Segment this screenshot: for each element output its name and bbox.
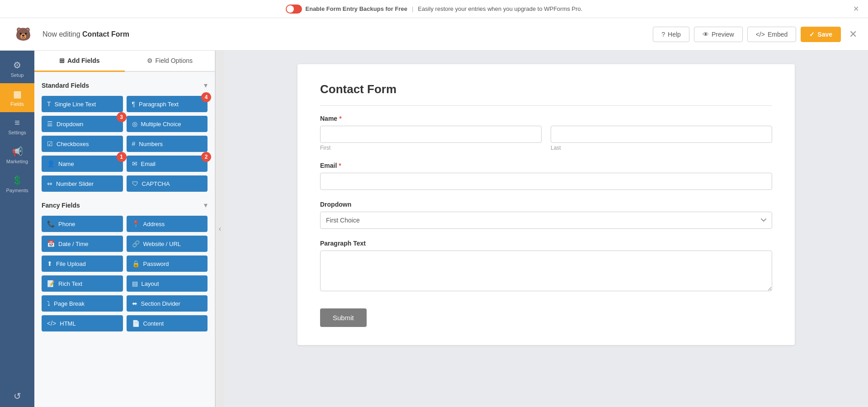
- submit-button[interactable]: Submit: [320, 308, 367, 327]
- standard-fields-section-header: Standard Fields ▾: [42, 81, 208, 90]
- help-button[interactable]: ? Help: [653, 27, 689, 42]
- file-upload-icon: ⬆: [47, 260, 52, 267]
- paragraph-label: Paragraph Text: [320, 240, 772, 247]
- tab-add-fields[interactable]: ⊞ Add Fields: [34, 51, 125, 72]
- field-btn-rich-text[interactable]: 📝 Rich Text: [42, 275, 123, 292]
- dropdown-select[interactable]: First Choice: [320, 212, 772, 229]
- field-btn-password[interactable]: 🔒 Password: [127, 256, 208, 272]
- fancy-fields-section-header: Fancy Fields ▾: [42, 201, 208, 209]
- sidebar-item-settings[interactable]: ≡ Settings: [0, 112, 34, 141]
- fields-icon: ▦: [13, 89, 22, 99]
- fields-panel: ⊞ Add Fields ⚙ Field Options Standard Fi…: [34, 51, 215, 407]
- field-btn-phone[interactable]: 📞 Phone: [42, 216, 123, 232]
- email-label: Email *: [320, 162, 772, 169]
- embed-icon: </>: [756, 31, 765, 38]
- panel-tabs: ⊞ Add Fields ⚙ Field Options: [34, 51, 215, 72]
- banner-description: Easily restore your entries when you upg…: [418, 5, 582, 12]
- number-slider-icon: ⇔: [47, 180, 52, 187]
- checkboxes-icon: ☑: [47, 140, 53, 147]
- banner-separator: |: [412, 5, 413, 12]
- field-btn-multiple-choice[interactable]: ◎ Multiple Choice: [127, 116, 208, 132]
- rich-text-icon: 📝: [47, 280, 55, 287]
- form-card: Contact Form Name * First Last: [297, 64, 795, 345]
- html-icon: </>: [47, 320, 56, 327]
- field-btn-address[interactable]: 📍 Address: [127, 216, 208, 232]
- form-name-header: Contact Form: [82, 30, 129, 38]
- backup-toggle[interactable]: [286, 5, 302, 14]
- sidebar-item-payments[interactable]: 💲 Payments: [0, 170, 34, 199]
- embed-button[interactable]: </> Embed: [747, 27, 797, 42]
- save-button[interactable]: ✓ Save: [801, 27, 841, 42]
- icon-sidebar: ⚙ Setup ▦ Fields ≡ Settings 📢 Marketing …: [0, 51, 34, 407]
- field-options-icon: ⚙: [147, 57, 153, 64]
- editing-text: Now editing Contact Form: [42, 30, 129, 38]
- field-btn-website-url[interactable]: 🔗 Website / URL: [127, 236, 208, 252]
- email-badge: 2: [201, 152, 211, 162]
- main-header: 🐻 Now editing Contact Form ? Help 👁 Prev…: [0, 18, 868, 51]
- email-required-star: *: [339, 162, 341, 169]
- settings-icon: ≡: [14, 118, 20, 128]
- field-btn-html[interactable]: </> HTML: [42, 315, 123, 331]
- standard-fields-chevron[interactable]: ▾: [204, 81, 208, 90]
- panel-collapse-toggle[interactable]: ‹: [215, 51, 224, 407]
- multiple-choice-icon: ◎: [132, 120, 137, 128]
- field-btn-paragraph-text[interactable]: ¶ Paragraph Text 4: [127, 96, 208, 112]
- header-left: 🐻 Now editing Contact Form: [11, 22, 129, 47]
- form-field-dropdown: Dropdown First Choice: [320, 201, 772, 229]
- sidebar-item-history[interactable]: ↺: [0, 385, 34, 407]
- sidebar-item-setup[interactable]: ⚙ Setup: [0, 54, 34, 83]
- field-btn-section-divider[interactable]: ⬌ Section Divider: [127, 295, 208, 312]
- field-btn-layout[interactable]: ▤ Layout: [127, 275, 208, 292]
- field-btn-email[interactable]: ✉ Email 2: [127, 156, 208, 172]
- field-btn-number-slider[interactable]: ⇔ Number Slider: [42, 175, 123, 192]
- field-btn-name[interactable]: 👤 Name 1: [42, 156, 123, 172]
- form-title: Contact Form: [320, 82, 772, 106]
- field-btn-date-time[interactable]: 📅 Date / Time: [42, 236, 123, 252]
- dropdown-icon: ☰: [47, 120, 53, 128]
- marketing-icon: 📢: [12, 146, 23, 157]
- fancy-fields-title: Fancy Fields: [42, 202, 80, 209]
- name-first-input[interactable]: [320, 126, 542, 143]
- name-badge: 1: [117, 152, 127, 162]
- setup-icon: ⚙: [13, 60, 21, 71]
- top-banner: Enable Form Entry Backups for Free | Eas…: [0, 0, 868, 18]
- banner-close-icon[interactable]: ✕: [853, 5, 859, 13]
- field-btn-content[interactable]: 📄 Content: [127, 315, 208, 331]
- banner-toggle-label: Enable Form Entry Backups for Free: [306, 5, 407, 12]
- history-icon: ↺: [14, 391, 21, 402]
- name-icon: 👤: [47, 160, 55, 167]
- tab-field-options[interactable]: ⚙ Field Options: [125, 51, 215, 72]
- field-btn-single-line-text[interactable]: T Single Line Text: [42, 96, 123, 112]
- name-last-sub: Last: [551, 126, 772, 151]
- standard-fields-grid: T Single Line Text ¶ Paragraph Text 4 ☰ …: [42, 96, 208, 192]
- name-last-label: Last: [551, 145, 772, 151]
- field-btn-dropdown[interactable]: ☰ Dropdown 3: [42, 116, 123, 132]
- numbers-icon: #: [132, 140, 136, 147]
- field-btn-file-upload[interactable]: ⬆ File Upload: [42, 256, 123, 272]
- name-row: First Last: [320, 126, 772, 151]
- name-last-input[interactable]: [551, 126, 772, 143]
- fancy-fields-chevron[interactable]: ▾: [204, 201, 208, 209]
- field-btn-page-break[interactable]: ⤵ Page Break: [42, 295, 123, 312]
- help-icon: ?: [661, 31, 665, 38]
- form-field-email: Email *: [320, 162, 772, 190]
- field-btn-captcha[interactable]: 🛡 CAPTCHA: [127, 175, 208, 192]
- name-first-label: First: [320, 145, 542, 151]
- dropdown-label: Dropdown: [320, 201, 772, 208]
- dropdown-badge: 3: [117, 112, 127, 122]
- phone-icon: 📞: [47, 220, 55, 227]
- field-btn-checkboxes[interactable]: ☑ Checkboxes: [42, 136, 123, 152]
- header-right: ? Help 👁 Preview </> Embed ✓ Save ✕: [653, 27, 857, 42]
- close-icon[interactable]: ✕: [849, 28, 857, 40]
- save-icon: ✓: [809, 31, 815, 38]
- sidebar-item-fields[interactable]: ▦ Fields: [0, 83, 34, 112]
- paragraph-textarea[interactable]: [320, 251, 772, 291]
- email-input[interactable]: [320, 173, 772, 190]
- form-area: Contact Form Name * First Last: [224, 51, 868, 407]
- field-btn-numbers[interactable]: # Numbers: [127, 136, 208, 152]
- preview-button[interactable]: 👁 Preview: [694, 27, 743, 42]
- payments-icon: 💲: [12, 175, 23, 186]
- name-required-star: *: [339, 115, 341, 122]
- form-field-paragraph: Paragraph Text: [320, 240, 772, 293]
- sidebar-item-marketing[interactable]: 📢 Marketing: [0, 141, 34, 170]
